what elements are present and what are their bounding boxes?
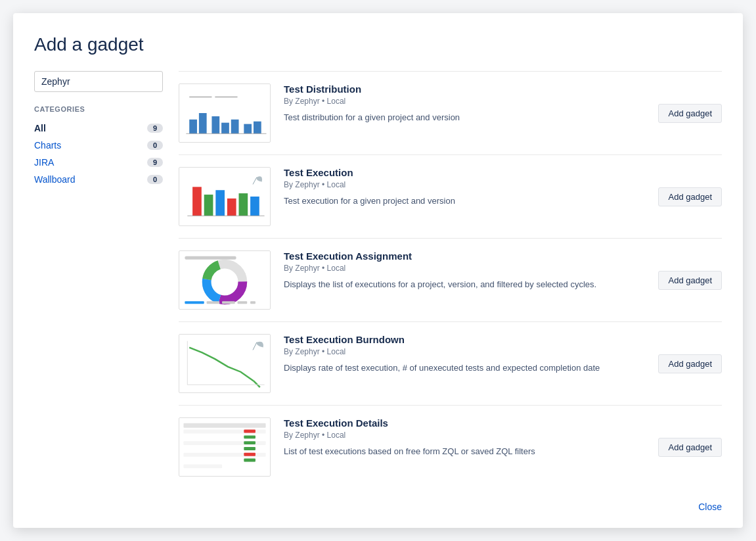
categories-label: CATEGORIES bbox=[34, 105, 163, 113]
modal-title: Add a gadget bbox=[34, 34, 722, 55]
svg-rect-46 bbox=[244, 447, 256, 450]
gadget-info-test-execution-burndown: Test Execution Burndown By Zephyr • Loca… bbox=[284, 334, 645, 375]
gadget-name-test-execution-details: Test Execution Details bbox=[284, 417, 645, 429]
gadget-thumbnail-test-execution-details bbox=[179, 417, 271, 477]
gadget-thumbnail-test-execution-burndown bbox=[179, 334, 271, 393]
gadget-list: Test Distribution By Zephyr • Local Test… bbox=[179, 71, 722, 491]
svg-rect-5 bbox=[231, 120, 239, 134]
test-execution-assignment-thumbnail-svg bbox=[179, 251, 270, 309]
modal-body: CATEGORIES All 9 Charts 0 JIRA 9 Wallboa… bbox=[34, 71, 722, 491]
test-execution-burndown-thumbnail-svg bbox=[179, 335, 270, 392]
gadget-info-test-execution-assignment: Test Execution Assignment By Zephyr • Lo… bbox=[284, 250, 645, 291]
add-gadget-button-test-execution[interactable]: Add gadget bbox=[658, 187, 722, 206]
add-gadget-modal: Add a gadget CATEGORIES All 9 Charts 0 J… bbox=[13, 13, 743, 528]
svg-rect-50 bbox=[244, 459, 256, 462]
gadget-meta-test-execution-details: By Zephyr • Local bbox=[284, 431, 645, 440]
test-execution-thumbnail-svg bbox=[179, 168, 270, 225]
svg-rect-13 bbox=[204, 195, 213, 216]
gadget-desc-test-execution: Test execution for a given project and v… bbox=[284, 195, 645, 208]
modal-footer: Close bbox=[34, 491, 722, 512]
category-jira-label: JIRA bbox=[34, 157, 54, 168]
sidebar-item-jira[interactable]: JIRA 9 bbox=[34, 154, 163, 171]
svg-rect-51 bbox=[183, 464, 222, 468]
gadget-item-test-distribution: Test Distribution By Zephyr • Local Test… bbox=[179, 71, 722, 155]
svg-rect-17 bbox=[250, 197, 259, 216]
gadget-thumbnail-test-execution-assignment bbox=[179, 250, 271, 310]
svg-rect-44 bbox=[244, 441, 256, 444]
gadget-item-test-execution-assignment: Test Execution Assignment By Zephyr • Lo… bbox=[179, 239, 722, 322]
category-wallboard-count: 0 bbox=[147, 175, 163, 184]
gadget-desc-test-distribution: Test distribution for a given project an… bbox=[284, 111, 645, 124]
category-all-count: 9 bbox=[147, 124, 163, 133]
svg-rect-28 bbox=[207, 301, 220, 304]
gadget-item-test-execution: Test Execution By Zephyr • Local Test ex… bbox=[179, 155, 722, 239]
test-distribution-thumbnail-svg bbox=[179, 84, 270, 142]
gadget-meta-test-distribution: By Zephyr • Local bbox=[284, 97, 645, 106]
svg-rect-12 bbox=[192, 187, 202, 216]
svg-rect-2 bbox=[199, 113, 207, 133]
svg-rect-30 bbox=[238, 301, 248, 304]
gadget-info-test-distribution: Test Distribution By Zephyr • Local Test… bbox=[284, 83, 645, 124]
svg-rect-3 bbox=[211, 116, 219, 133]
gadget-name-test-execution-burndown: Test Execution Burndown bbox=[284, 334, 645, 345]
category-all-label: All bbox=[34, 123, 46, 133]
close-button[interactable]: Close bbox=[698, 502, 722, 512]
svg-rect-6 bbox=[244, 124, 252, 134]
gadget-item-test-execution-details: Test Execution Details By Zephyr • Local… bbox=[179, 406, 722, 488]
sidebar-item-wallboard[interactable]: Wallboard 0 bbox=[34, 171, 163, 188]
gadget-desc-test-execution-assignment: Displays the list of executions for a pr… bbox=[284, 278, 645, 291]
sidebar-item-all[interactable]: All 9 bbox=[34, 120, 163, 137]
category-jira-count: 9 bbox=[147, 158, 163, 167]
svg-rect-42 bbox=[244, 435, 256, 438]
add-gadget-button-test-execution-burndown[interactable]: Add gadget bbox=[658, 354, 722, 373]
category-wallboard-label: Wallboard bbox=[34, 174, 76, 185]
search-input[interactable] bbox=[34, 71, 163, 92]
svg-rect-15 bbox=[227, 199, 236, 216]
svg-point-26 bbox=[215, 273, 233, 291]
gadget-info-test-execution-details: Test Execution Details By Zephyr • Local… bbox=[284, 417, 645, 458]
test-execution-details-thumbnail-svg bbox=[179, 418, 270, 476]
gadget-thumbnail-test-distribution bbox=[179, 83, 271, 143]
gadget-desc-test-execution-burndown: Displays rate of test execution, # of un… bbox=[284, 362, 645, 375]
svg-rect-4 bbox=[221, 123, 229, 134]
sidebar-item-charts[interactable]: Charts 0 bbox=[34, 137, 163, 154]
add-gadget-button-test-distribution[interactable]: Add gadget bbox=[658, 104, 722, 123]
svg-rect-29 bbox=[222, 301, 235, 304]
svg-rect-48 bbox=[244, 453, 256, 456]
svg-rect-16 bbox=[239, 193, 248, 216]
svg-rect-31 bbox=[250, 301, 256, 304]
gadget-item-test-execution-burndown: Test Execution Burndown By Zephyr • Loca… bbox=[179, 322, 722, 406]
add-gadget-button-test-execution-assignment[interactable]: Add gadget bbox=[658, 271, 722, 290]
category-charts-label: Charts bbox=[34, 140, 61, 151]
gadget-thumbnail-test-execution bbox=[179, 167, 271, 226]
gadget-meta-test-execution-burndown: By Zephyr • Local bbox=[284, 347, 645, 356]
sidebar: CATEGORIES All 9 Charts 0 JIRA 9 Wallboa… bbox=[34, 71, 179, 491]
add-gadget-button-test-execution-details[interactable]: Add gadget bbox=[658, 438, 722, 457]
gadget-meta-test-execution-assignment: By Zephyr • Local bbox=[284, 264, 645, 273]
gadget-desc-test-execution-details: List of test executions based on free fo… bbox=[284, 445, 645, 458]
svg-rect-14 bbox=[215, 190, 225, 216]
category-charts-count: 0 bbox=[147, 141, 163, 150]
svg-rect-7 bbox=[254, 122, 261, 134]
gadget-meta-test-execution: By Zephyr • Local bbox=[284, 180, 645, 189]
gadget-name-test-execution-assignment: Test Execution Assignment bbox=[284, 250, 645, 262]
svg-rect-38 bbox=[183, 423, 265, 428]
gadget-info-test-execution: Test Execution By Zephyr • Local Test ex… bbox=[284, 167, 645, 208]
svg-rect-1 bbox=[189, 120, 197, 134]
svg-rect-21 bbox=[185, 256, 236, 260]
gadget-name-test-execution: Test Execution bbox=[284, 167, 645, 178]
svg-rect-27 bbox=[185, 301, 204, 304]
gadget-name-test-distribution: Test Distribution bbox=[284, 83, 645, 95]
svg-rect-40 bbox=[244, 430, 256, 433]
